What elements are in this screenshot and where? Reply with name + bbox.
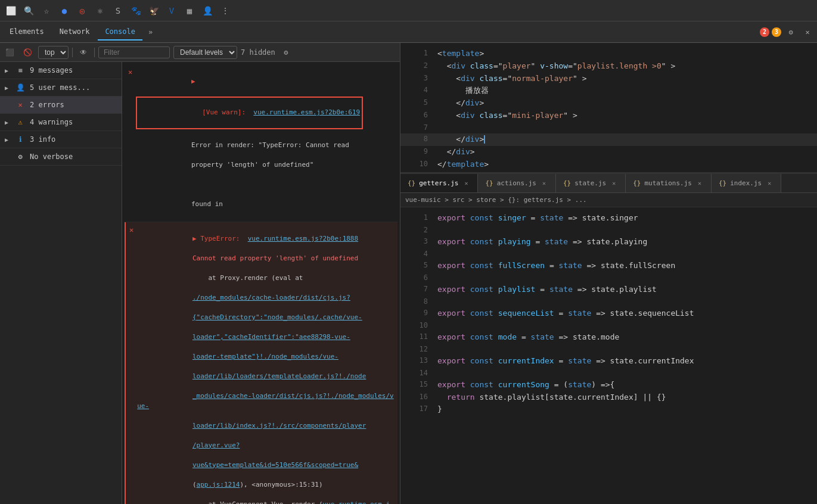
sidebar-item-all[interactable]: ▶ ≡ 9 messages [0,62,122,79]
devtools-tab-icons: 2 3 ⚙ ✕ [760,25,815,39]
console-log-area: ✕ ▶ [Vue warn]: vue.runtime.esm.js?2b0e:… [122,62,400,504]
devtools-tabs: Elements Network Console » 2 3 ⚙ ✕ [0,21,817,43]
arrow-icon: ▶ [5,85,11,91]
line-content: </div> [437,133,807,146]
lower-code-editor: 1 export const singer = state => state.s… [400,207,817,504]
line-content: export const playing = state => state.pl… [437,236,807,248]
line-num: 4 [410,85,428,96]
main-content: ⬛ 🚫 top 👁 Default levels 7 hidden ⚙ [0,43,817,504]
tab-console[interactable]: Console [98,24,142,41]
eye-button[interactable]: 👁 [76,45,91,60]
file-tab-icon: {} [633,179,641,187]
info-icon: ℹ [15,135,25,144]
line-num: 14 [410,368,428,379]
file-tab-state[interactable]: {} state.js ✕ [556,174,626,193]
line-content: <template> [437,48,807,60]
file-tab-close[interactable]: ✕ [540,179,548,188]
context-select[interactable]: top [38,46,69,59]
line-content: </div> [437,97,807,110]
sidebar-item-verbose[interactable]: ⚙ No verbose [0,148,122,166]
file-tab-close[interactable]: ✕ [462,179,470,188]
upper-code-panel: 1 <template> 2 <div class="player" v-sho… [400,43,817,174]
code-line: 14 [400,368,817,379]
code-line: 1 export const singer = state => state.s… [400,212,817,225]
opera-icon[interactable]: ◎ [76,5,88,17]
close-button[interactable]: ✕ [800,25,815,39]
code-line: 13 export const currentIndex = state => … [400,355,817,368]
warn-badge: 3 [772,27,781,37]
line-num: 10 [410,158,428,170]
divider [72,48,73,57]
electron-icon[interactable]: ⚛ [94,5,106,17]
sidebar-item-warnings[interactable]: ▶ ⚠ 4 warnings [0,114,122,131]
file-tab-index[interactable]: {} index.js ✕ [712,174,781,193]
code-line: 10 [400,320,817,331]
console-gear[interactable]: ⚙ [279,45,293,60]
chrome-icon[interactable]: ● [58,5,70,17]
list-icon: ≡ [15,66,25,75]
settings-button[interactable]: ⚙ [784,25,798,39]
sidebar-item-user[interactable]: ▶ 👤 5 user mess... [0,79,122,97]
browser-icons: ⬜ 🔍 ☆ ● ◎ ⚛ S 🐾 🦅 V ▦ 👤 ⋮ [5,5,231,17]
app-icon-3[interactable]: 🦅 [148,5,160,17]
screenshot-icon[interactable]: ⬜ [5,5,17,17]
line-num: 7 [410,284,428,295]
menu-icon[interactable]: ⋮ [219,5,231,17]
line-num: 9 [410,307,428,319]
line-num: 12 [410,344,428,355]
app-icon-1[interactable]: S [112,5,124,17]
file-tab-label: actions.js [497,179,536,187]
app-icon-2[interactable]: 🐾 [130,5,142,17]
sidebar-messages: ▶ ≡ 9 messages ▶ 👤 5 user mess... ✕ 2 er… [0,62,122,504]
sidebar-item-errors[interactable]: ✕ 2 errors [0,97,122,114]
line-num: 8 [410,296,428,307]
lower-panel: {} getters.js ✕ {} actions.js ✕ {} state… [400,174,817,504]
sidebar-item-info[interactable]: ▶ ℹ 3 info [0,131,122,148]
file-tab-mutations[interactable]: {} mutations.js ✕ [626,174,712,193]
gear-icon: ⚙ [15,152,25,161]
filter-input[interactable] [98,46,170,58]
streamdeck-icon[interactable]: ▦ [184,5,195,17]
file-tab-actions[interactable]: {} actions.js ✕ [478,174,555,193]
right-panel: 1 <template> 2 <div class="player" v-sho… [400,43,817,504]
star-icon[interactable]: ☆ [41,5,52,17]
sidebar-label: 9 messages [30,66,117,74]
file-tab-label: getters.js [419,179,458,187]
tab-network[interactable]: Network [52,24,97,41]
line-num: 17 [410,403,428,415]
file-tab-label: index.js [730,179,762,187]
code-line: 4 播放器 [400,85,817,97]
line-num: 11 [410,331,428,343]
file-tab-label: mutations.js [644,179,691,187]
tab-elements[interactable]: Elements [2,24,51,41]
code-line: 7 [400,122,817,133]
file-tab-icon: {} [408,179,415,187]
back-button[interactable]: ⬛ [2,45,17,60]
clear-button[interactable]: 🚫 [20,45,35,60]
user-avatar[interactable]: 👤 [201,5,213,17]
log-entry-error: ✕ ▶ TypeError: vue.runtime.esm.js?2b0e:1… [125,222,397,505]
sidebar-label: 5 user mess... [30,83,117,92]
line-num: 1 [410,48,428,59]
line-content: </template> [437,158,807,171]
vuetify-icon[interactable]: V [166,5,178,17]
file-tab-getters[interactable]: {} getters.js ✕ [400,174,478,193]
line-content: export const sequenceList = state => sta… [437,307,807,320]
level-select[interactable]: Default levels [173,46,237,59]
line-num: 3 [410,236,428,247]
error-highlight: [Vue warn]: vue.runtime.esm.js?2b0e:619 [136,97,363,130]
search-icon[interactable]: 🔍 [23,5,35,17]
file-tab-close[interactable]: ✕ [765,179,773,188]
line-num: 2 [410,60,428,71]
tab-more[interactable]: » [144,24,157,40]
arrow-icon: ▶ [5,67,11,74]
line-content: export const mode = state => state.mode [437,331,807,344]
file-tab-close[interactable]: ✕ [610,179,618,188]
browser-toolbar: ⬜ 🔍 ☆ ● ◎ ⚛ S 🐾 🦅 V ▦ 👤 ⋮ [0,0,817,21]
file-tab-close[interactable]: ✕ [695,179,704,188]
arrow-icon: ▶ [5,119,11,126]
error-icon: ✕ [15,100,25,110]
breadcrumb: vue-music > src > store > {}: getters.js… [400,193,817,207]
code-line: 6 <div class="mini-player" > [400,110,817,122]
log-entry-warn: ✕ ▶ [Vue warn]: vue.runtime.esm.js?2b0e:… [125,64,397,222]
